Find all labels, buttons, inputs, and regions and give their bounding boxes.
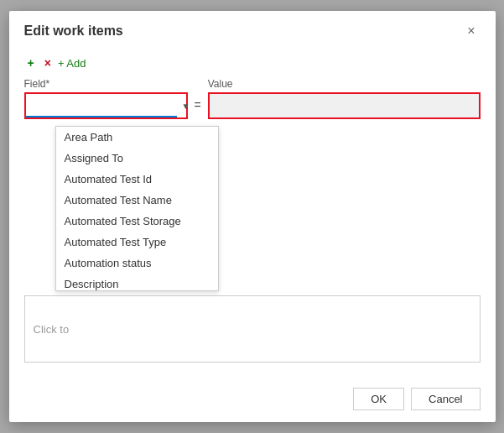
remove-item-button[interactable]: × (41, 55, 55, 71)
modal-footer: OK Cancel (9, 379, 496, 422)
dropdown-list: Area PathAssigned ToAutomated Test IdAut… (55, 126, 219, 291)
add-label-button[interactable]: + Add (58, 57, 86, 70)
value-column: Value (208, 78, 481, 119)
field-dropdown-arrow[interactable]: ▼ (177, 98, 195, 114)
dropdown-item[interactable]: Assigned To (56, 148, 218, 169)
fields-row: Field* ▼ = Value (24, 78, 481, 119)
dropdown-item[interactable]: Automation status (56, 253, 218, 274)
dropdown-item[interactable]: Automated Test Name (56, 190, 218, 211)
dropdown-item[interactable]: Automated Test Storage (56, 211, 218, 232)
field-column-header: Field* (24, 78, 188, 90)
click-area: Click to (24, 295, 481, 363)
dropdown-item[interactable]: Description (56, 274, 218, 290)
click-area-text: Click to (34, 323, 70, 336)
close-button[interactable]: × (462, 23, 480, 39)
add-item-button[interactable]: + (24, 55, 38, 71)
dropdown-list-inner[interactable]: Area PathAssigned ToAutomated Test IdAut… (56, 127, 218, 290)
modal-body: + × + Add Field* ▼ = Value (9, 46, 496, 379)
toolbar: + × + Add (24, 55, 481, 71)
modal-overlay: Edit work items × + × + Add Field* ▼ (0, 0, 504, 433)
value-input-wrapper (208, 92, 481, 119)
value-input[interactable] (210, 94, 479, 117)
value-column-header: Value (208, 78, 481, 90)
field-input[interactable] (26, 94, 177, 117)
ok-button[interactable]: OK (353, 388, 404, 410)
dropdown-item[interactable]: Automated Test Id (56, 169, 218, 190)
dropdown-item[interactable]: Area Path (56, 127, 218, 148)
modal-title: Edit work items (24, 23, 123, 39)
modal-dialog: Edit work items × + × + Add Field* ▼ (9, 11, 496, 422)
modal-header: Edit work items × (9, 11, 496, 46)
dropdown-item[interactable]: Automated Test Type (56, 232, 218, 253)
cancel-button[interactable]: Cancel (411, 388, 480, 410)
field-column: Field* ▼ (24, 78, 188, 119)
equals-sign: = (195, 78, 201, 112)
field-input-wrapper: ▼ (24, 92, 188, 119)
